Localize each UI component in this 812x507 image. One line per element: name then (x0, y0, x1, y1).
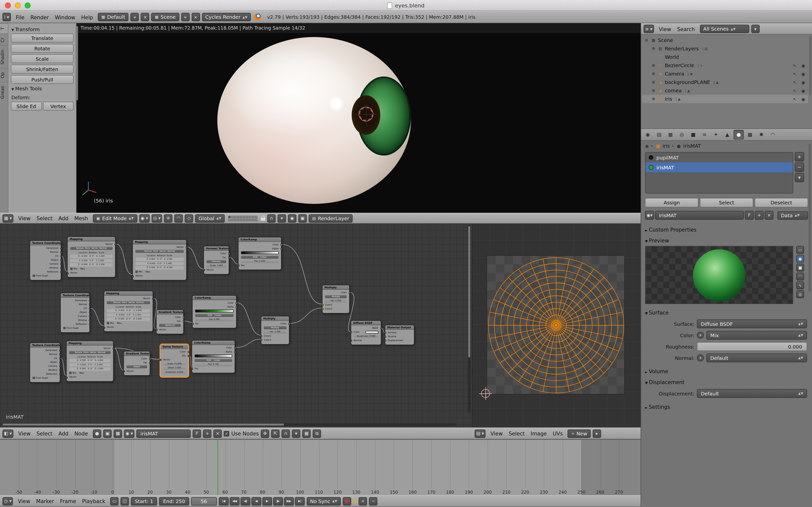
node-row-fac-1-000[interactable]: Fac: 1.000 (323, 299, 349, 303)
menu-add[interactable]: Add (55, 215, 71, 221)
pin-button[interactable]: ✜ (261, 429, 269, 438)
node-material-output[interactable]: Material OutputSurfaceVolumeDisplacement (385, 325, 415, 345)
outliner-row-beziercircle[interactable]: ⊕∿BezierCircle| ∿↖◉ (642, 61, 808, 70)
expand-toggle-icon[interactable]: ⊕ (651, 89, 656, 93)
material-deselect-button[interactable]: Deselect (755, 198, 808, 207)
menu-file[interactable]: File (13, 14, 28, 20)
menu-select[interactable]: Select (34, 431, 56, 436)
node-mapping[interactable]: MappingVectorTexture Point Vector Normal… (104, 291, 153, 332)
sync-mode-dropdown[interactable]: No Sync▲▼ (307, 497, 340, 505)
node-row-texture-point-vector-normal[interactable]: Texture Point Vector Normal (133, 249, 186, 253)
material-name-field[interactable]: irisMAT (655, 211, 744, 220)
toolshelf-tab-shadin[interactable]: Shadin (0, 46, 8, 68)
opengl-render-button[interactable]: ◉ (288, 214, 296, 222)
node-row-from-dupli[interactable]: From Dupli (30, 274, 61, 278)
texture-nodes-button[interactable]: ▩ (114, 429, 122, 438)
prev-frame-button[interactable]: ◀| (240, 497, 250, 505)
material-assign-button[interactable]: Assign (645, 198, 698, 207)
end-frame-field[interactable]: End:250 (159, 497, 189, 505)
jump-to-start-button[interactable]: |◀ (219, 497, 228, 505)
panel-header-mesh-tools[interactable]: Mesh Tools (11, 86, 73, 91)
uv-image-editor[interactable] (472, 224, 641, 428)
menu-node[interactable]: Node (71, 431, 91, 436)
material-specials-button[interactable]: ▾ (795, 173, 804, 182)
node-row-detail-2-000[interactable]: Detail: 2.000 (161, 366, 188, 370)
socket-link-button[interactable] (697, 332, 704, 339)
tool-scale-button[interactable]: Scale (11, 54, 73, 63)
layer-cell[interactable] (249, 216, 252, 218)
info-editor-type-button[interactable]: i ▾ (2, 13, 11, 21)
checkbox[interactable] (70, 268, 72, 270)
current-frame-marker[interactable] (218, 440, 219, 495)
scene-selector[interactable]: ▦Scene (151, 13, 179, 21)
node-row-min-max[interactable]: Min Max (67, 372, 113, 376)
node-row-min-max[interactable]: Min Max (68, 267, 115, 271)
checkbox[interactable] (69, 372, 71, 374)
jump-to-end-button[interactable]: ▶| (294, 497, 305, 505)
tab-particles[interactable]: ✱ (756, 129, 767, 139)
node-editor-vscrollbar[interactable] (468, 225, 471, 413)
next-keyframe-button[interactable]: ▶▶ (284, 497, 293, 505)
volume-panel-header[interactable]: Volume (641, 365, 812, 376)
tab-data[interactable]: ▲ (722, 129, 733, 139)
menu-help[interactable]: Help (78, 14, 96, 20)
new-material-button[interactable]: + (203, 429, 211, 438)
property-menu[interactable]: Default▲▼ (706, 353, 807, 362)
restrict-select-icon[interactable]: ↖ (793, 80, 797, 84)
menu-view[interactable]: View (487, 431, 506, 436)
restrict-render-icon[interactable]: ◉ (801, 80, 805, 84)
layer-cell[interactable] (255, 216, 257, 218)
settings-panel-header[interactable]: Settings (641, 400, 812, 411)
add-scene-button[interactable]: + (181, 13, 190, 21)
delete-scene-button[interactable]: × (192, 13, 200, 21)
snap-magnet-button[interactable]: ∩ (281, 429, 290, 438)
copy-node-button[interactable]: ⧉ (313, 429, 321, 438)
menu-select[interactable]: Select (506, 431, 528, 436)
remove-material-slot-button[interactable]: − (795, 162, 804, 172)
restrict-select-icon[interactable]: ↖ (793, 71, 797, 76)
insert-keyframe-button[interactable]: + (359, 497, 367, 505)
screen-layout-selector[interactable]: ▦Default (98, 13, 129, 21)
node-mapping[interactable]: MappingVectorTexture Point Vector Normal… (132, 239, 187, 281)
opengl-render-anim-button[interactable]: ▣ (298, 214, 307, 222)
menu-mesh[interactable]: Mesh (71, 215, 91, 221)
custom-properties-panel-header[interactable]: Custom Properties (641, 223, 812, 234)
fake-user-button[interactable]: F (745, 211, 754, 220)
outliner[interactable]: ≡ ▾ ViewSearch All Scenes▲▼ ▾ ⊖▦Scene⊕▤R… (641, 23, 812, 128)
menu-add[interactable]: Add (55, 431, 71, 436)
manipulator-translate-button[interactable]: ✛ (164, 214, 172, 222)
use-nodes-checkbox[interactable]: ✓ (224, 431, 229, 436)
layer-cell[interactable] (231, 218, 234, 221)
expand-toggle-icon[interactable]: ⊕ (651, 63, 656, 68)
play-button[interactable]: ▶ (262, 497, 272, 505)
play-reverse-button[interactable]: ◀ (251, 497, 261, 505)
shader-nodes-button[interactable]: ● (93, 429, 101, 438)
node-colorramp[interactable]: ColorRampColorAlphaRGB LinearPos: 0.650F… (238, 237, 281, 270)
outliner-row-camera[interactable]: ⊕◆Camera| ◆↖◉ (642, 70, 808, 78)
restrict-render-icon[interactable]: ◉ (801, 63, 805, 68)
fake-user-button[interactable]: F (193, 429, 201, 438)
restrict-select-icon[interactable]: ↖ (793, 88, 797, 93)
checkbox[interactable] (33, 377, 35, 379)
menu-view[interactable]: View (15, 215, 34, 221)
node-row-rgb-linear[interactable]: RGB Linear (238, 256, 281, 260)
tab-render-layers[interactable]: ▤ (654, 129, 664, 139)
preview-panel-header[interactable]: Preview (641, 234, 812, 245)
node-row-from-dupli[interactable]: From Dupli (30, 376, 60, 380)
layer-cell[interactable] (234, 216, 236, 218)
node-row-scale-7-000[interactable]: Scale: 7.000 (204, 264, 229, 268)
expand-toggle-icon[interactable]: ⊕ (651, 97, 656, 101)
delete-screen-layout-button[interactable]: × (141, 13, 149, 21)
layer-cell[interactable] (249, 218, 252, 221)
outliner-display-filter[interactable]: All Scenes▲▼ (700, 25, 749, 33)
material-slot-list[interactable]: pupilMATirisMAT (645, 152, 793, 193)
preview-type-world-button[interactable]: ◎ (796, 290, 804, 298)
preview-type-cube-button[interactable]: ■ (796, 264, 804, 272)
use-preview-range-button[interactable]: ▭ (110, 497, 118, 505)
layer-cell[interactable] (240, 216, 242, 218)
node-row-texture-point-vector-normal[interactable]: Texture Point Vector Normal (67, 351, 113, 355)
node-colorramp[interactable]: ColorRampColorAlphaRGB LinearPos: 0.702F… (192, 340, 235, 373)
tab-scene[interactable]: ▦ (665, 129, 676, 139)
restrict-render-icon[interactable]: ◉ (801, 71, 805, 76)
node-diffuse-bsdf[interactable]: Diffuse BSDFBSDFColorRoughness: 0.000Nor… (351, 320, 381, 345)
